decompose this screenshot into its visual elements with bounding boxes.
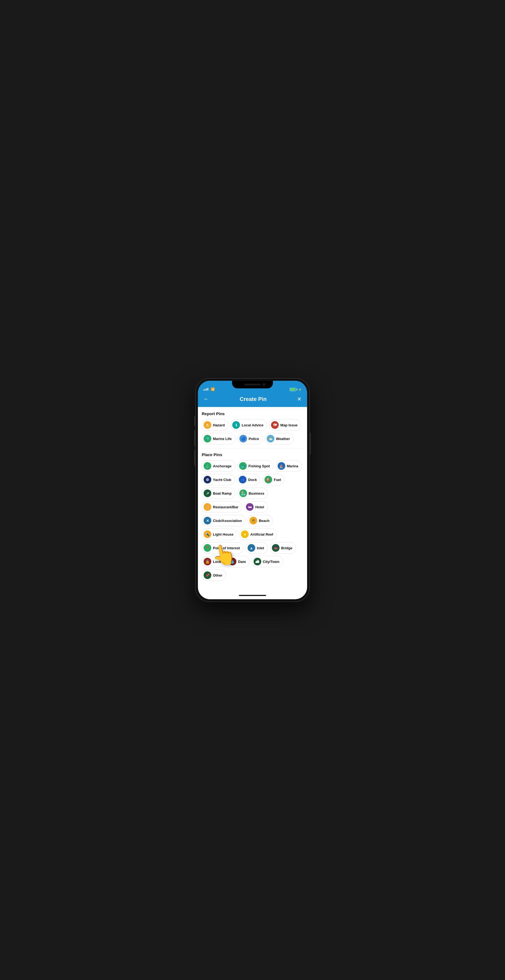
- pin-label-point-of-interest: Point of Interest: [213, 546, 240, 550]
- section-divider: [202, 448, 303, 449]
- pin-icon-beach: 🌴: [249, 517, 257, 524]
- close-button[interactable]: ✕: [297, 396, 302, 402]
- place-pins-grid: ⚓Anchorage🐟Fishing Spot⛵Marina⚙Yacht Clu…: [202, 460, 303, 581]
- pin-button-map-issue[interactable]: 🗺Map Issue: [269, 419, 301, 431]
- pin-icon-marina: ⛵: [278, 462, 285, 470]
- battery-indicator: [290, 388, 297, 391]
- pin-label-light-house: Light House: [213, 532, 233, 536]
- pin-icon-anchorage: ⚓: [204, 462, 211, 470]
- pin-button-club-association[interactable]: ✕Club/Association: [202, 515, 245, 526]
- pin-icon-restaurant-bar: 🍴: [204, 503, 211, 511]
- pin-button-lock[interactable]: 🔒Lock: [202, 556, 225, 567]
- volume-down-button: [194, 450, 195, 466]
- notch: [232, 381, 273, 388]
- pin-label-hotel: Hotel: [255, 505, 264, 509]
- pin-button-city-town[interactable]: 🏙City/Town: [252, 556, 283, 567]
- pin-button-weather[interactable]: ⛅Weather: [265, 433, 294, 444]
- pin-icon-dam: 💧: [229, 558, 237, 565]
- pin-button-fishing-spot[interactable]: 🐟Fishing Spot: [237, 460, 273, 472]
- pin-button-light-house[interactable]: 🔦Light House: [202, 528, 237, 540]
- pin-button-dam[interactable]: 💧Dam: [227, 556, 249, 567]
- pin-button-marine-life[interactable]: 🐬Marine Life: [202, 433, 235, 444]
- pin-label-fishing-spot: Fishing Spot: [248, 464, 270, 468]
- pin-icon-inlet: ▲: [248, 544, 255, 552]
- pin-icon-light-house: 🔦: [204, 530, 211, 538]
- phone-frame: 📶 ⚡ ← Create Pin ✕: [195, 378, 310, 602]
- signal-bar-2: [205, 389, 206, 391]
- pin-icon-point-of-interest: 📍: [204, 544, 211, 552]
- pin-label-city-town: City/Town: [263, 560, 279, 564]
- pin-icon-boat-ramp: ↗: [204, 490, 211, 497]
- battery-fill: [290, 388, 295, 391]
- pin-icon-hazard: ⚠: [204, 421, 211, 429]
- battery-tip: [297, 389, 297, 390]
- pin-label-fuel: Fuel: [274, 478, 281, 482]
- pin-label-anchorage: Anchorage: [213, 464, 232, 468]
- signal-bar-1: [203, 390, 204, 391]
- pin-label-marine-life: Marine Life: [213, 437, 232, 441]
- battery-body: [290, 388, 296, 391]
- pin-label-local-advice: Local Advice: [241, 423, 264, 427]
- pin-button-point-of-interest[interactable]: 📍Point of Interest: [202, 542, 243, 554]
- pin-button-hazard[interactable]: ⚠Hazard: [202, 419, 228, 431]
- pin-button-yacht-club[interactable]: ⚙Yacht Club: [202, 474, 235, 485]
- back-button[interactable]: ←: [203, 396, 210, 402]
- wifi-icon: 📶: [211, 387, 215, 391]
- pin-label-hazard: Hazard: [213, 423, 225, 427]
- pin-button-dock[interactable]: →Dock: [237, 474, 260, 485]
- pin-label-lock: Lock: [213, 560, 221, 564]
- report-pins-grid: ⚠HazardℹLocal Advice🗺Map Issue🐬Marine Li…: [202, 419, 303, 444]
- place-pins-title: Place Pins: [202, 452, 303, 457]
- pin-icon-yacht-club: ⚙: [204, 476, 211, 484]
- pin-button-beach[interactable]: 🌴Beach: [248, 515, 273, 526]
- signal-bars: [203, 388, 208, 391]
- pin-label-dam: Dam: [238, 560, 246, 564]
- speaker: [244, 384, 261, 385]
- pin-icon-hotel: 🛏: [246, 503, 254, 511]
- pin-button-fuel[interactable]: ⛽Fuel: [263, 474, 285, 485]
- pin-button-restaurant-bar[interactable]: 🍴Restaurant/Bar: [202, 501, 242, 513]
- power-button: [310, 433, 311, 455]
- pin-label-dock: Dock: [248, 478, 257, 482]
- pin-button-police[interactable]: 🔵Police: [238, 433, 263, 444]
- pin-icon-bridge: 🌉: [272, 544, 279, 552]
- pin-icon-weather: ⛅: [267, 435, 274, 442]
- page-title: Create Pin: [240, 396, 267, 402]
- pin-button-other[interactable]: 📌Other: [202, 570, 226, 581]
- pin-button-local-advice[interactable]: ℹLocal Advice: [230, 419, 267, 431]
- pin-label-artificial-reef: Artificial Reef: [250, 532, 273, 536]
- pin-button-anchorage[interactable]: ⚓Anchorage: [202, 460, 235, 472]
- pin-label-marina: Marina: [287, 464, 299, 468]
- pin-icon-city-town: 🏙: [254, 558, 261, 565]
- pin-button-bridge[interactable]: 🌉Bridge: [270, 542, 296, 554]
- home-indicator: [198, 592, 307, 599]
- pin-icon-fishing-spot: 🐟: [239, 462, 247, 470]
- pin-button-boat-ramp[interactable]: ↗Boat Ramp: [202, 488, 235, 499]
- pin-label-club-association: Club/Association: [213, 519, 242, 523]
- app-header: ← Create Pin ✕: [198, 393, 307, 407]
- pin-button-hotel[interactable]: 🛏Hotel: [244, 501, 268, 513]
- mute-button: [194, 416, 195, 426]
- pin-icon-dock: →: [239, 476, 246, 484]
- pin-label-bridge: Bridge: [281, 546, 292, 550]
- front-camera: [263, 383, 265, 386]
- pin-icon-business: 🏪: [240, 490, 247, 497]
- pin-label-police: Police: [249, 437, 259, 441]
- pin-icon-lock: 🔒: [204, 558, 211, 565]
- charging-icon: ⚡: [299, 388, 302, 391]
- pin-label-map-issue: Map Issue: [280, 423, 297, 427]
- pin-label-restaurant-bar: Restaurant/Bar: [213, 505, 238, 509]
- pin-label-weather: Weather: [276, 437, 290, 441]
- pin-icon-fuel: ⛽: [265, 476, 272, 484]
- pin-icon-artificial-reef: ●: [241, 530, 249, 538]
- pin-icon-club-association: ✕: [204, 517, 211, 524]
- pin-button-artificial-reef[interactable]: ●Artificial Reef: [239, 528, 277, 540]
- pin-icon-marine-life: 🐬: [204, 435, 211, 442]
- pin-button-business[interactable]: 🏪Business: [238, 488, 268, 499]
- signal-bar-4: [208, 388, 208, 391]
- pin-icon-police: 🔵: [240, 435, 247, 442]
- main-content: Report Pins ⚠HazardℹLocal Advice🗺Map Iss…: [198, 407, 307, 592]
- volume-up-button: [194, 430, 195, 446]
- pin-button-marina[interactable]: ⛵Marina: [276, 460, 302, 472]
- pin-button-inlet[interactable]: ▲Inlet: [246, 542, 268, 554]
